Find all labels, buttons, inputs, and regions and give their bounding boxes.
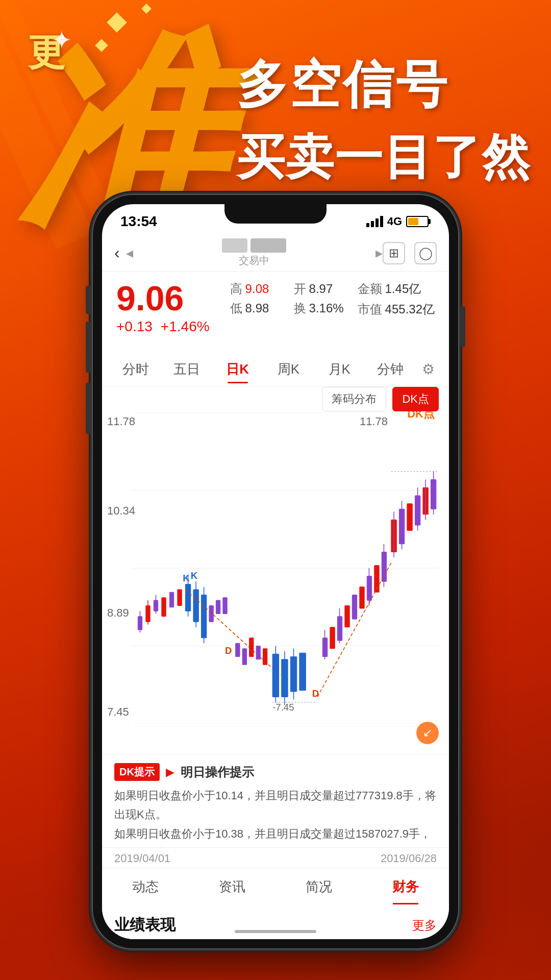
market-cap: 市值 455.32亿 — [358, 301, 435, 317]
back-button[interactable]: ‹ — [114, 243, 120, 262]
headline-line1: 多空信号 — [237, 51, 531, 120]
volume-up-button — [86, 322, 91, 373]
chart-actions: 筹码分布 DK点 — [322, 387, 439, 411]
svg-rect-11 — [162, 598, 166, 617]
nav-jiankuang[interactable]: 简况 — [276, 868, 362, 904]
mute-button — [86, 286, 91, 314]
open-price: 开 8.97 — [294, 281, 347, 297]
stock-name-placeholder — [222, 238, 286, 253]
tab-fenshi[interactable]: 分时 — [110, 355, 161, 383]
svg-rect-48 — [352, 595, 357, 619]
svg-rect-44 — [330, 627, 335, 649]
candlestick-chart: K K — [133, 412, 439, 724]
stock-name-block: 交易中 — [133, 238, 375, 267]
price-change: +0.13 +1.46% — [116, 318, 210, 335]
svg-rect-31 — [263, 649, 267, 665]
nav-caiwu[interactable]: 财务 — [362, 868, 449, 904]
performance-section: 业绩表现 更多 — [102, 904, 449, 939]
svg-rect-22 — [209, 606, 213, 622]
svg-rect-12 — [169, 592, 173, 607]
tab-rik[interactable]: 日K — [212, 355, 263, 383]
chart-area: 11.78 10.34 8.89 7.45 11.78 DK点 — [102, 387, 449, 754]
chart-settings-icon[interactable]: ⚙ — [416, 356, 441, 383]
svg-text:K: K — [191, 570, 198, 581]
svg-text:D: D — [312, 688, 319, 699]
stock-price: 9.06 — [116, 281, 210, 315]
network-label: 4G — [387, 215, 402, 228]
change-absolute: +0.13 — [116, 318, 153, 335]
phone-screen: 13:54 4G — [102, 204, 449, 939]
svg-line-67 — [317, 562, 391, 697]
signal-bar-3 — [375, 218, 379, 227]
svg-rect-38 — [299, 653, 306, 691]
placeholder-1 — [222, 238, 247, 253]
open-value: 8.97 — [309, 282, 333, 296]
svg-text:K: K — [183, 573, 190, 583]
tab-fenzhong[interactable]: 分钟 — [365, 355, 416, 383]
dk-info-header: DK提示 ▶ 明日操作提示 — [114, 763, 437, 781]
svg-rect-47 — [345, 606, 349, 627]
svg-rect-28 — [242, 649, 246, 665]
notch — [224, 204, 327, 224]
tab-wuri[interactable]: 五日 — [161, 355, 212, 383]
prev-stock-button[interactable]: ◂ — [126, 244, 133, 261]
svg-rect-24 — [223, 598, 227, 614]
placeholder-2 — [251, 238, 286, 253]
phone-mockup: 13:54 4G — [92, 194, 459, 949]
next-stock-button[interactable]: ▸ — [375, 244, 383, 261]
turnover-label: 换 — [294, 300, 306, 316]
expand-button[interactable]: ↙ — [416, 722, 439, 744]
svg-rect-49 — [360, 587, 364, 608]
amount: 金额 1.45亿 — [358, 281, 435, 297]
price-right: 金额 1.45亿 市值 455.32亿 — [358, 281, 435, 317]
dk-arrow-icon: ▶ — [166, 766, 174, 779]
chart-tabs: 分时 五日 日K 周K 月K 分钟 ⚙ — [102, 352, 449, 387]
tab-zhouk[interactable]: 周K — [263, 355, 314, 383]
high-price: 高 9.08 — [230, 281, 284, 297]
dk-badge: DK提示 — [114, 763, 160, 781]
turnover-rate: 换 3.16% — [294, 300, 347, 316]
stock-price-area: 9.06 +0.13 +1.46% 高 9.08 开 8.97 — [102, 272, 449, 341]
home-indicator — [235, 930, 316, 933]
open-label: 开 — [294, 281, 306, 297]
low-price: 低 8.98 — [230, 300, 284, 316]
trading-status: 交易中 — [133, 254, 375, 267]
change-percent: +1.46% — [161, 318, 210, 335]
status-time: 13:54 — [120, 209, 157, 230]
dk-point-button[interactable]: DK点 — [392, 387, 439, 411]
dk-line-1: 如果明日收盘价小于10.14，并且明日成交量超过777319.8手，将出现K点。 — [114, 786, 437, 824]
chip-dist-button[interactable]: 筹码分布 — [322, 387, 386, 411]
tab-yuek[interactable]: 月K — [314, 355, 365, 383]
svg-rect-30 — [256, 646, 260, 659]
market-cap-label: 市值 — [358, 301, 382, 317]
svg-rect-52 — [374, 566, 379, 593]
performance-more-button[interactable]: 更多 — [412, 917, 437, 934]
svg-rect-23 — [216, 600, 220, 614]
dk-title: 明日操作提示 — [181, 764, 254, 780]
nav-dongtai[interactable]: 动态 — [102, 868, 189, 904]
settings-icon[interactable]: ⊞ — [383, 242, 405, 264]
price-label-low: 7.45 — [107, 705, 129, 719]
nav-icons: ⊞ ◯ — [383, 242, 437, 264]
search-icon[interactable]: ◯ — [414, 242, 437, 264]
price-main: 9.06 +0.13 +1.46% — [116, 281, 210, 335]
high-value: 9.08 — [245, 282, 269, 296]
price-label-bottom: 8.89 — [107, 606, 129, 620]
battery-icon — [406, 216, 431, 227]
signal-bar-1 — [366, 223, 369, 227]
amount-value: 1.45亿 — [385, 281, 421, 297]
price-label-top: 11.78 — [107, 415, 135, 428]
stock-name-image — [133, 238, 375, 253]
date-end: 2019/06/28 — [381, 852, 437, 865]
date-range-bar: 2019/04/01 2019/06/28 — [102, 847, 449, 869]
performance-title: 业绩表现 — [114, 915, 176, 936]
bottom-nav: 动态 资讯 简况 财务 — [102, 868, 449, 904]
svg-rect-13 — [178, 590, 182, 606]
status-icons: 4G — [366, 211, 431, 228]
nav-zixun[interactable]: 资讯 — [189, 868, 276, 904]
battery-fill — [408, 218, 418, 225]
svg-rect-29 — [249, 638, 254, 657]
turnover-value: 3.16% — [309, 301, 344, 315]
market-cap-value: 455.32亿 — [385, 301, 435, 317]
date-start: 2019/04/01 — [114, 852, 170, 865]
